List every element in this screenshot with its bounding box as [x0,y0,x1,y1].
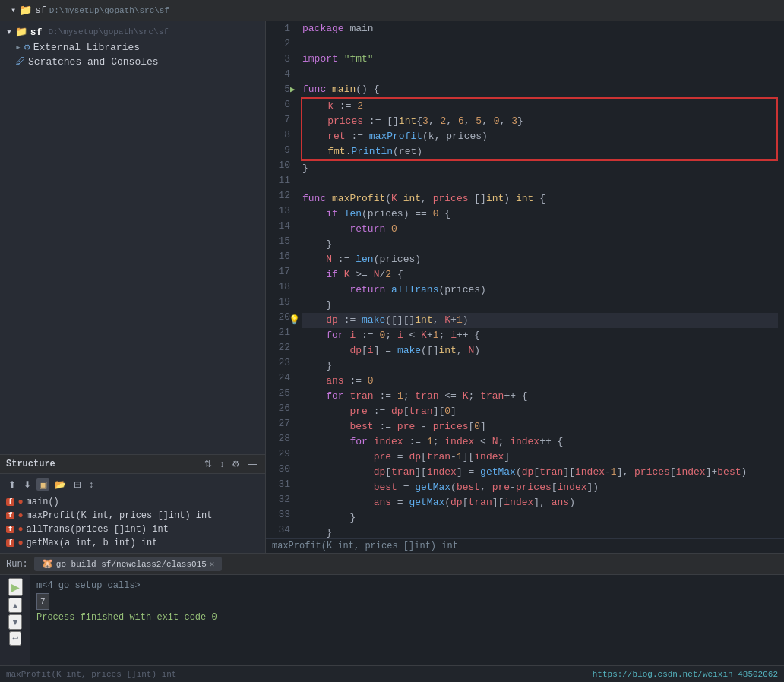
struct-icon: ● [17,497,23,507]
code-line-16: N := len(prices) [302,252,778,267]
struct-item-getmax[interactable]: f ● getMax(a int, b int) int [0,536,265,550]
code-line-33: } [302,510,778,526]
struct-icon: ● [17,538,23,548]
go-icon: 🐹 [42,558,53,570]
code-line-25: for tran := 1; tran <= K; tran++ { [302,389,778,404]
code-line-22: dp[i] = make([]int, N) [302,343,778,358]
warning-icon: 💡 [289,313,300,328]
code-line-12: func maxProfit(K int, prices []int) int … [302,191,778,207]
code-content[interactable]: package main import "fmt" ▶ func main() … [296,21,784,553]
sidebar-item-external-libraries[interactable]: ▸ ⚙ External Libraries [0,39,265,55]
code-line-30: dp[tran][index] = getMax(dp[tran][index-… [302,465,778,480]
struct-item-label: maxProfit(K int, prices []int) int [27,510,213,521]
settings-button[interactable]: ⚙ [229,458,242,470]
terminal-wrap-button[interactable]: ↩ [9,631,21,646]
struct-item-label: main() [27,497,59,507]
sort-order-button[interactable]: ↕ [217,458,226,470]
func-badge: f [6,526,14,533]
terminal-down-button[interactable]: ▼ [8,614,23,630]
code-line-24: ans := 0 [302,374,778,389]
arrow-icon: ▾ [11,5,16,16]
struct-item-alltrans[interactable]: f ● allTrans(prices []int) int [0,523,265,536]
code-line-29: pre = dp[tran-1][index] [302,450,778,465]
arrow-icon: ▸ [15,41,21,53]
status-hint: maxProfit(K int, prices []int) int [6,670,176,679]
sidebar-item-label: sf [30,27,43,38]
run-tab-label: go build sf/newclass2/class015 [56,560,207,569]
terminal-play-button[interactable]: ▶ [8,578,23,596]
code-line-6: k := 2 [304,99,776,114]
arrow-icon: ▾ [6,26,12,38]
struct-item-label: allTrans(prices []int) int [27,524,169,535]
console-icon: 🖊 [15,56,25,68]
code-line-1: package main [302,21,778,36]
code-hint-text: maxProfit(K int, prices []int) int [272,541,458,551]
terminal-line-3: Process finished with exit code 0 [36,610,778,625]
run-tab[interactable]: 🐹 go build sf/newclass2/class015 ✕ [34,557,223,571]
folder-icon: 📁 [19,4,32,17]
sidebar-item-label: External Libraries [33,42,140,53]
sidebar-path: D:\mysetup\gopath\src\sf [48,27,168,36]
sidebar-item-scratches[interactable]: 🖊 Scratches and Consoles [0,55,265,69]
code-line-17: if K >= N/2 { [302,267,778,283]
code-line-20: 💡 dp := make([][]int, K+1) [302,313,778,328]
code-line-14: return 0 [302,222,778,237]
sidebar-item-label: Scratches and Consoles [28,56,159,68]
expand-button[interactable]: 📂 [52,478,68,491]
sidebar: ▾ 📁 sf D:\mysetup\gopath\src\sf ▸ ⚙ Exte… [0,21,266,553]
terminal: ▶ ▲ ▼ ↩ m<4 go setup calls> 7 Process fi… [0,574,784,665]
structure-panel: Structure ⇅ ↕ ⚙ — ⬆ ⬇ ▣ 📂 ⊟ ↕ [0,454,265,553]
terminal-text: m<4 go setup calls> [36,580,141,591]
top-bar: ▾ 📁 sf D:\mysetup\gopath\src\sf [0,0,784,21]
project-root-item[interactable]: ▾ 📁 sf D:\mysetup\gopath\src\sf [6,2,174,18]
output-number: 7 [36,593,49,610]
close-panel-button[interactable]: — [245,458,259,470]
struct-item-label: getMax(a int, b int) int [27,538,158,548]
code-line-4 [302,67,778,82]
run-bar: Run: 🐹 go build sf/newclass2/class015 ✕ [0,553,784,574]
sort-members-button[interactable]: ↕ [87,478,96,491]
structure-title: Structure [6,459,55,469]
code-line-27: best := pre - prices[0] [302,419,778,434]
sidebar-item-sf[interactable]: ▾ 📁 sf D:\mysetup\gopath\src\sf [0,24,265,39]
run-label: Run: [6,559,28,570]
status-bar: maxProfit(K int, prices []int) int https… [0,665,784,682]
code-line-31: best = getMax(best, pre-prices[index]) [302,480,778,495]
code-hint-bar: maxProfit(K int, prices []int) int [266,538,784,553]
func-badge: f [6,539,14,547]
autoscroll-button[interactable]: ▣ [36,478,49,491]
navigate-down-button[interactable]: ⬇ [21,478,33,491]
sort-alpha-button[interactable]: ⇅ [202,458,214,470]
code-line-32: ans = getMax(dp[tran][index], ans) [302,495,778,510]
status-url: https://blog.csdn.net/weixin_48502062 [593,670,778,679]
code-line-3: import "fmt" [302,52,778,67]
code-editor[interactable]: 1 2 3 4 5 6 7 8 9 10 11 12 13 14 15 16 1… [266,21,784,553]
func-badge: f [6,498,14,506]
terminal-up-button[interactable]: ▲ [8,598,23,613]
func-badge: f [6,512,14,519]
code-line-28: for index := 1; index < N; index++ { [302,434,778,450]
struct-icon: ● [17,524,23,535]
terminal-line-2: 7 [36,593,778,610]
code-line-18: return allTrans(prices) [302,283,778,298]
navigate-up-button[interactable]: ⬆ [6,478,18,491]
code-line-11 [302,176,778,191]
code-line-7: prices := []int{3, 2, 6, 5, 0, 3} [304,114,776,129]
code-line-23: } [302,358,778,374]
code-line-8: ret := maxProfit(k, prices) [304,129,776,144]
struct-item-maxprofit[interactable]: f ● maxProfit(K int, prices []int) int [0,509,265,523]
flatten-button[interactable]: ⊟ [71,478,84,491]
code-line-26: pre := dp[tran][0] [302,404,778,419]
folder-icon: 📁 [15,26,27,38]
code-line-10: } [302,161,778,176]
run-tab-close[interactable]: ✕ [210,559,215,569]
line-numbers: 1 2 3 4 5 6 7 8 9 10 11 12 13 14 15 16 1… [266,21,296,553]
run-section: Run: 🐹 go build sf/newclass2/class015 ✕ … [0,553,784,665]
project-root-label: sf [35,5,46,16]
struct-item-main[interactable]: f ● main() [0,495,265,509]
terminal-line-1: m<4 go setup calls> [36,578,778,593]
struct-icon: ● [17,510,23,521]
code-line-9: fmt.Println(ret) [304,144,776,159]
terminal-gutter: ▶ ▲ ▼ ↩ [0,575,30,665]
code-line-2 [302,36,778,52]
